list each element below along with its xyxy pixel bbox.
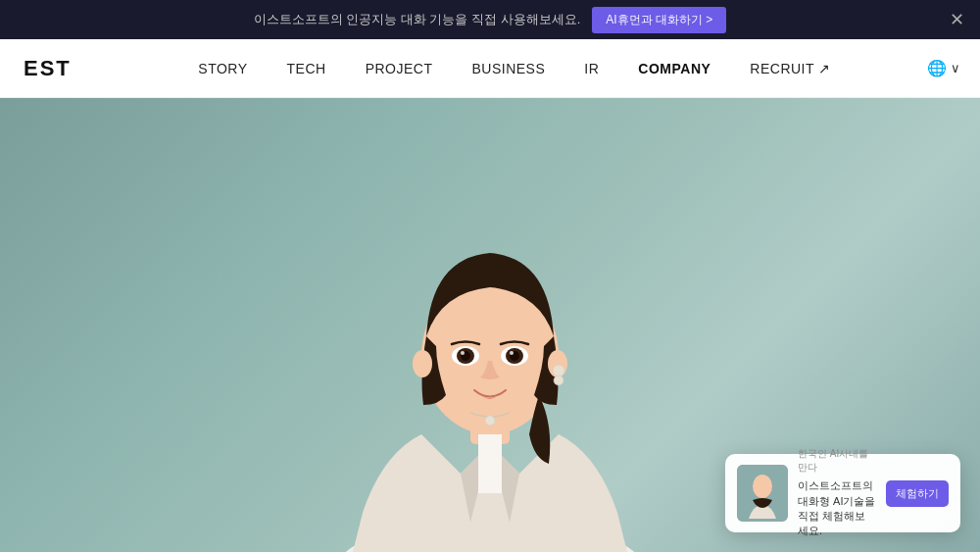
svg-point-6 [461,351,465,355]
nav-item-tech[interactable]: TECH [287,60,326,77]
toast-cta-button[interactable]: 체험하기 [886,480,949,507]
toast-content: 한국인 AI사내를 만다 이스트소프트의 대화형 AI기술을 직접 체험해보세요… [798,447,876,539]
nav-link-recruit[interactable]: RECRUIT ↗ [750,61,830,76]
language-selector[interactable]: 🌐 ∨ [927,59,960,77]
svg-point-14 [554,376,564,385]
language-dropdown-arrow: ∨ [951,61,960,75]
banner-close-button[interactable]: ✕ [950,11,964,28]
svg-point-15 [485,416,495,426]
toast-notification: 한국인 AI사내를 만다 이스트소프트의 대화형 AI기술을 직접 체험해보세요… [725,454,960,532]
top-banner: 이스트소프트의 인공지능 대화 기능을 직접 사용해보세요. AI휴먼과 대화하… [0,0,980,39]
ai-person-svg [265,101,715,552]
nav-link-business[interactable]: BUSINESS [472,61,546,76]
toast-title: 한국인 AI사내를 만다 [798,447,876,475]
nav-link-ir[interactable]: IR [584,61,599,76]
nav-item-project[interactable]: PROJECT [366,60,433,77]
nav-link-tech[interactable]: TECH [287,61,326,76]
nav-link-project[interactable]: PROJECT [366,61,433,76]
svg-point-11 [413,350,432,377]
banner-cta-button[interactable]: AI휴먼과 대화하기 > [592,7,726,33]
svg-point-10 [510,351,514,355]
hero-section: 한국인 AI사내를 만다 이스트소프트의 대화형 AI기술을 직접 체험해보세요… [0,98,980,552]
nav-item-story[interactable]: STORY [198,60,247,77]
nav-item-business[interactable]: BUSINESS [472,60,546,77]
nav-item-recruit[interactable]: RECRUIT ↗ [750,61,830,76]
banner-text: 이스트소프트의 인공지능 대화 기능을 직접 사용해보세요. [254,11,581,28]
svg-point-13 [553,365,564,376]
nav-link-company[interactable]: COMPANY [638,61,710,76]
toast-thumbnail [737,465,788,522]
ai-person-figure [265,101,715,552]
nav-item-company[interactable]: COMPANY [638,60,710,77]
svg-rect-16 [478,434,502,493]
nav-link-story[interactable]: STORY [198,61,247,76]
logo[interactable]: EST [24,56,102,81]
toast-desc: 이스트소프트의 대화형 AI기술을 직접 체험해보세요. [798,478,876,539]
nav-links: STORY TECH PROJECT BUSINESS IR COMPANY R… [102,60,927,77]
svg-point-18 [753,475,772,498]
toast-thumbnail-svg [737,465,788,522]
navbar: EST STORY TECH PROJECT BUSINESS IR COMPA… [0,39,980,98]
globe-icon: 🌐 [927,59,947,77]
nav-item-ir[interactable]: IR [584,60,599,77]
